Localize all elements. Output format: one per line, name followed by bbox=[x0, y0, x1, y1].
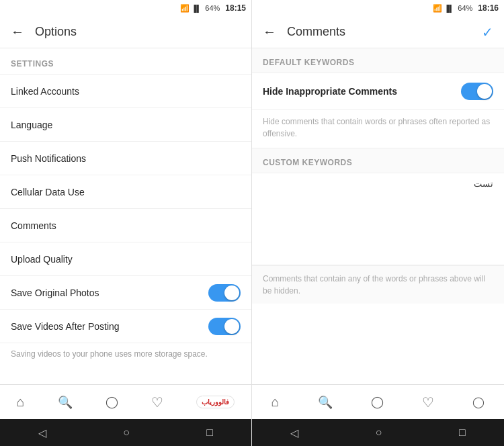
back-button-left[interactable]: ← bbox=[11, 24, 24, 40]
back-button-right[interactable]: ← bbox=[263, 24, 276, 40]
nav-search-right[interactable]: 🔍 bbox=[318, 395, 333, 410]
check-button[interactable]: ✓ bbox=[482, 24, 493, 40]
settings-item-language[interactable]: Language bbox=[0, 108, 251, 142]
bottom-nav-right: ⌂ 🔍 ◯ ♡ ◯ bbox=[252, 384, 504, 419]
language-label: Language bbox=[11, 120, 241, 130]
hide-toggle[interactable] bbox=[461, 83, 493, 100]
page-title-right: Comments bbox=[287, 25, 345, 39]
hide-inappropriate-row[interactable]: Hide Inappropriate Comments bbox=[252, 73, 504, 110]
page-title-left: Options bbox=[35, 25, 77, 39]
battery-left: 64% bbox=[205, 4, 220, 12]
nav-home-right[interactable]: ⌂ bbox=[271, 394, 280, 410]
custom-keywords-area[interactable]: تست bbox=[252, 173, 504, 265]
save-videos-label: Save Videos After Posting bbox=[11, 321, 208, 332]
default-keywords-header: DEFAULT KEYWORDS bbox=[252, 48, 504, 73]
left-panel: 📶 ▐▌ 64% 18:15 ← Options SETTINGS Linked… bbox=[0, 0, 252, 446]
android-recent-left[interactable]: □ bbox=[206, 427, 213, 439]
settings-item-cellular-data[interactable]: Cellular Data Use bbox=[0, 175, 251, 209]
linked-accounts-label: Linked Accounts bbox=[11, 86, 241, 97]
android-home-left[interactable]: ○ bbox=[123, 427, 130, 439]
comments-label: Comments bbox=[11, 220, 241, 231]
custom-keywords-footer: Comments that contain any of the words o… bbox=[252, 265, 504, 304]
android-back-left[interactable]: ◁ bbox=[38, 427, 46, 439]
save-videos-toggle-knob bbox=[224, 319, 239, 334]
nav-profile-right[interactable]: ◯ bbox=[472, 396, 485, 408]
android-nav-left: ◁ ○ □ bbox=[0, 419, 251, 446]
nav-camera[interactable]: ◯ bbox=[106, 395, 118, 409]
settings-section-header: SETTINGS bbox=[0, 48, 251, 74]
hide-description: Hide comments that contain words or phra… bbox=[252, 110, 504, 148]
nav-home[interactable]: ⌂ bbox=[17, 394, 25, 410]
nav-logo[interactable]: فالووریاب bbox=[196, 396, 235, 408]
upload-quality-label: Upload Quality bbox=[11, 254, 241, 265]
android-nav-right: ◁ ○ □ bbox=[252, 419, 504, 446]
cellular-data-label: Cellular Data Use bbox=[11, 187, 241, 197]
spacer-right bbox=[252, 304, 504, 384]
android-back-right[interactable]: ◁ bbox=[290, 427, 298, 439]
nav-search[interactable]: 🔍 bbox=[58, 395, 73, 410]
settings-item-linked-accounts[interactable]: Linked Accounts bbox=[0, 75, 251, 108]
nav-heart[interactable]: ♡ bbox=[151, 394, 163, 410]
nav-camera-right[interactable]: ◯ bbox=[371, 395, 384, 409]
save-videos-toggle-container bbox=[208, 318, 241, 335]
push-notifications-label: Push Notifications bbox=[11, 153, 241, 164]
hide-toggle-container bbox=[461, 83, 493, 100]
footer-hint: Saving videos to your phone uses more st… bbox=[0, 343, 251, 365]
settings-item-save-photos[interactable]: Save Original Photos bbox=[0, 276, 251, 310]
custom-keywords-text: تست bbox=[263, 179, 493, 189]
battery-right: 64% bbox=[458, 4, 472, 12]
save-photos-toggle[interactable] bbox=[208, 284, 241, 302]
time-right: 18:16 bbox=[478, 3, 499, 13]
save-photos-toggle-knob bbox=[224, 285, 239, 300]
status-icons-left: 📶 ▐▌ bbox=[180, 4, 201, 13]
time-left: 18:15 bbox=[225, 3, 246, 13]
custom-keywords-header: CUSTOM KEYWORDS bbox=[252, 148, 504, 173]
hide-inappropriate-label: Hide Inappropriate Comments bbox=[263, 86, 461, 97]
hide-toggle-knob bbox=[477, 84, 492, 99]
settings-item-save-videos[interactable]: Save Videos After Posting bbox=[0, 310, 251, 343]
settings-item-push-notifications[interactable]: Push Notifications bbox=[0, 142, 251, 175]
save-photos-label: Save Original Photos bbox=[11, 287, 208, 298]
top-bar-left: ← Options bbox=[0, 16, 251, 48]
settings-item-comments[interactable]: Comments bbox=[0, 209, 251, 242]
bottom-nav-left: ⌂ 🔍 ◯ ♡ فالووریاب bbox=[0, 384, 251, 419]
nav-heart-right[interactable]: ♡ bbox=[422, 394, 434, 410]
status-bar-left: 📶 ▐▌ 64% 18:15 bbox=[0, 0, 251, 16]
android-home-right[interactable]: ○ bbox=[376, 427, 382, 439]
right-panel: 📶 ▐▌ 64% 18:16 ← Comments ✓ DEFAULT KEYW… bbox=[252, 0, 504, 446]
save-photos-toggle-container bbox=[208, 284, 241, 302]
save-videos-toggle[interactable] bbox=[208, 318, 241, 335]
android-recent-right[interactable]: □ bbox=[459, 427, 466, 439]
status-icons-right: 📶 ▐▌ bbox=[433, 4, 454, 13]
top-bar-right: ← Comments ✓ bbox=[252, 16, 504, 48]
settings-item-upload-quality[interactable]: Upload Quality bbox=[0, 242, 251, 276]
status-bar-right: 📶 ▐▌ 64% 18:16 bbox=[252, 0, 504, 16]
